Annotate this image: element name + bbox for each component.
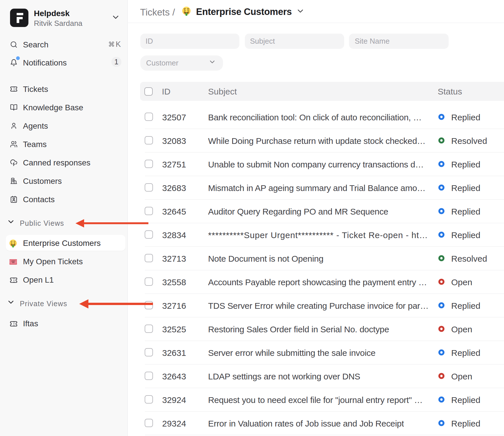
svg-text:$: $ <box>186 13 187 16</box>
svg-text:$: $ <box>184 9 186 12</box>
svg-text:$: $ <box>14 242 15 244</box>
svg-text:$: $ <box>187 9 189 12</box>
svg-text:$: $ <box>11 242 12 244</box>
svg-text:ONE: ONE <box>12 262 15 263</box>
